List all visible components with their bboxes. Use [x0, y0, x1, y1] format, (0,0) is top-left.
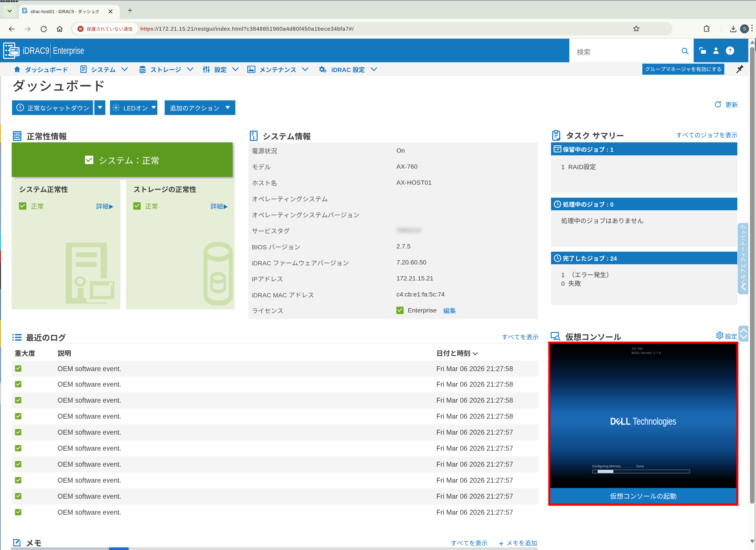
svg-text:?: ?: [728, 48, 732, 54]
